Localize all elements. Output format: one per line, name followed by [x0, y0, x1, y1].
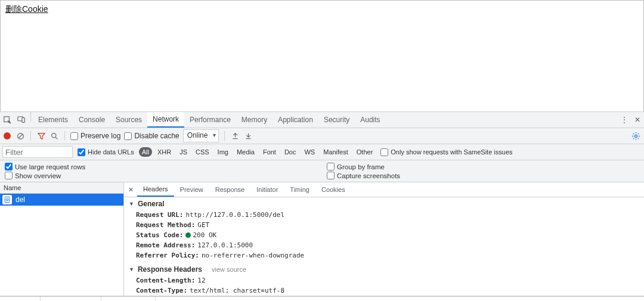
request-item-del[interactable]: del: [0, 194, 123, 206]
devtools-panel: ElementsConsoleSourcesNetworkPerformance…: [0, 111, 644, 301]
kv-value: 12: [197, 276, 205, 285]
inspect-element-icon[interactable]: [0, 112, 14, 128]
view-source-link[interactable]: view source: [212, 266, 246, 273]
network-statusbar: 1 requests 247 B transferred 12 B resour…: [0, 296, 644, 301]
filter-type-ws[interactable]: WS: [301, 147, 318, 157]
svg-point-9: [634, 135, 637, 137]
request-item-name: del: [16, 196, 25, 204]
filter-input[interactable]: [2, 146, 73, 158]
samesite-checkbox[interactable]: Only show requests with SameSite issues: [380, 148, 512, 156]
request-list: Name del: [0, 182, 124, 296]
capture-screenshots-label: Capture screenshots: [337, 172, 400, 179]
filter-type-js[interactable]: JS: [177, 147, 190, 157]
network-options: Use large request rows Show overview Gro…: [0, 160, 644, 182]
import-har-icon[interactable]: [230, 131, 240, 141]
headers-response-section: ▼ Response Headers view source Content-L…: [124, 263, 644, 296]
filter-type-media[interactable]: Media: [234, 147, 258, 157]
svg-line-4: [18, 134, 23, 138]
kv-value: 200 OK: [185, 231, 216, 240]
kv-key: Remote Address:: [136, 241, 195, 250]
detail-tab-cookies[interactable]: Cookies: [315, 182, 351, 197]
filter-type-doc[interactable]: Doc: [281, 147, 299, 157]
tab-memory[interactable]: Memory: [236, 112, 273, 128]
tab-application[interactable]: Application: [273, 112, 318, 128]
disable-cache-checkbox[interactable]: Disable cache: [124, 132, 179, 140]
group-by-frame-checkbox[interactable]: Group by frame: [327, 163, 644, 170]
response-headers-header[interactable]: ▼ Response Headers view source: [129, 264, 644, 275]
preserve-log-checkbox[interactable]: Preserve log: [70, 132, 120, 140]
tab-sources[interactable]: Sources: [110, 112, 147, 128]
detail-tab-response[interactable]: Response: [209, 182, 251, 197]
kv-key: Content-Type:: [136, 286, 187, 295]
samesite-label: Only show requests with SameSite issues: [391, 148, 512, 156]
detail-tab-preview[interactable]: Preview: [174, 182, 209, 197]
export-har-icon[interactable]: [243, 131, 253, 141]
response-title: Response Headers: [138, 265, 202, 274]
filter-type-font[interactable]: Font: [260, 147, 279, 157]
delete-cookie-link[interactable]: 删除Cookie: [1, 1, 53, 18]
detail-tab-initiator[interactable]: Initiator: [250, 182, 284, 197]
tab-audits[interactable]: Audits: [355, 112, 385, 128]
kv-key: Request URL:: [136, 210, 183, 219]
general-title: General: [138, 200, 165, 208]
hide-data-urls-label: Hide data URLs: [88, 148, 134, 156]
more-icon[interactable]: ⋮: [618, 116, 631, 124]
detail-tab-timing[interactable]: Timing: [284, 182, 315, 197]
svg-line-6: [55, 137, 57, 139]
close-detail-icon[interactable]: ✕: [124, 182, 137, 197]
network-toolbar: Preserve log Disable cache Online: [0, 128, 644, 144]
filter-type-css[interactable]: CSS: [193, 147, 212, 157]
disable-cache-label: Disable cache: [134, 132, 179, 140]
use-large-rows-label: Use large request rows: [15, 163, 85, 170]
kv-key: Request Method:: [136, 221, 195, 229]
detail-tab-headers[interactable]: Headers: [137, 182, 174, 197]
triangle-down-icon: ▼: [129, 266, 134, 272]
detail-tabs: ✕ HeadersPreviewResponseInitiatorTimingC…: [124, 182, 644, 197]
filter-type-all[interactable]: All: [139, 147, 152, 157]
kv-key: Referrer Policy:: [136, 251, 199, 260]
search-icon[interactable]: [49, 131, 59, 141]
throttling-dropdown[interactable]: Online: [183, 129, 219, 142]
request-list-header[interactable]: Name: [0, 182, 123, 194]
show-overview-label: Show overview: [15, 172, 61, 179]
group-by-frame-label: Group by frame: [337, 163, 385, 170]
filter-type-other[interactable]: Other: [354, 147, 376, 157]
device-toggle-icon[interactable]: [14, 112, 29, 128]
network-filterbar: Hide data URLs AllXHRJSCSSImgMediaFontDo…: [0, 144, 644, 160]
svg-rect-2: [22, 118, 24, 123]
tab-security[interactable]: Security: [318, 112, 355, 128]
general-header[interactable]: ▼ General: [129, 198, 644, 210]
kv-value: no-referrer-when-downgrade: [202, 251, 304, 260]
tab-console[interactable]: Console: [73, 112, 110, 128]
filter-type-img[interactable]: Img: [215, 147, 231, 157]
filter-type-xhr[interactable]: XHR: [154, 147, 174, 157]
status-transferred: 247 B transferred: [41, 297, 101, 301]
record-icon[interactable]: [2, 131, 12, 141]
triangle-down-icon: ▼: [129, 201, 134, 207]
kv-key: Content-Length:: [136, 276, 195, 285]
page-content: 删除Cookie: [0, 0, 644, 111]
tab-network[interactable]: Network: [147, 112, 184, 128]
kv-value: 127.0.0.1:5000: [197, 241, 253, 250]
show-overview-checkbox[interactable]: Show overview: [5, 172, 322, 179]
use-large-rows-checkbox[interactable]: Use large request rows: [5, 163, 322, 170]
filter-type-manifest[interactable]: Manifest: [320, 147, 351, 157]
kv-value: http://127.0.0.1:5000/del: [185, 210, 284, 219]
tab-performance[interactable]: Performance: [184, 112, 236, 128]
kv-value: GET: [197, 221, 209, 229]
capture-screenshots-checkbox[interactable]: Capture screenshots: [327, 172, 644, 179]
settings-gear-icon[interactable]: [631, 132, 640, 141]
request-detail: ✕ HeadersPreviewResponseInitiatorTimingC…: [124, 182, 644, 296]
kv-value: text/html; charset=utf-8: [190, 286, 284, 295]
filter-toggle-icon[interactable]: [36, 131, 46, 141]
svg-point-5: [51, 133, 55, 137]
hide-data-urls-checkbox[interactable]: Hide data URLs: [78, 148, 134, 156]
tab-elements[interactable]: Elements: [33, 112, 73, 128]
headers-general-section: ▼ General Request URL:http://127.0.0.1:5…: [124, 197, 644, 263]
svg-point-12: [7, 199, 7, 200]
network-main: Name del ✕ HeadersPreviewResponseInitiat…: [0, 182, 644, 296]
document-icon: [2, 195, 12, 204]
close-devtools-icon[interactable]: ✕: [631, 116, 644, 124]
preserve-log-label: Preserve log: [80, 132, 120, 140]
clear-icon[interactable]: [16, 131, 25, 141]
